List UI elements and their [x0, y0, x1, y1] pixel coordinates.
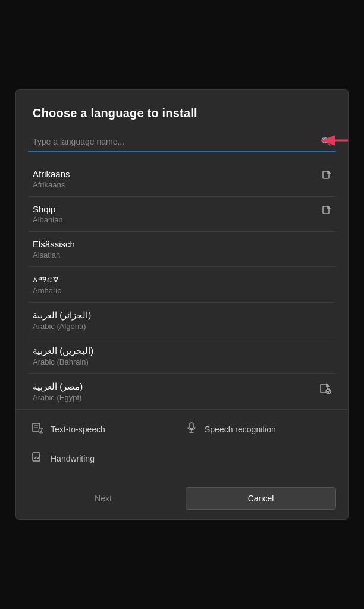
- edit-icon: [322, 170, 331, 182]
- search-input-wrapper: 🔍: [28, 132, 336, 152]
- features-grid: Text-to-speech Speech recognition: [28, 417, 336, 470]
- text-to-speech-label: Text-to-speech: [51, 425, 105, 434]
- handwriting-label: Handwriting: [51, 454, 95, 463]
- lang-native: Afrikaans: [33, 169, 331, 179]
- svg-rect-10: [190, 423, 193, 429]
- lang-native: አማርኛ: [33, 274, 331, 285]
- lang-english: Alsatian: [33, 250, 331, 259]
- speech-recognition-label: Speech recognition: [205, 425, 276, 434]
- microphone-icon: [184, 422, 199, 437]
- lang-english: Afrikaans: [33, 180, 331, 189]
- features-section: Text-to-speech Speech recognition: [16, 409, 348, 480]
- edit-icon: [322, 205, 331, 217]
- feature-speech-recognition: Speech recognition: [182, 417, 336, 441]
- dialog-footer: Next Cancel: [16, 480, 348, 519]
- cancel-button[interactable]: Cancel: [186, 487, 336, 510]
- search-input[interactable]: [28, 132, 336, 151]
- handwriting-icon: [30, 451, 45, 466]
- lang-english: Arabic (Bahrain): [33, 357, 331, 366]
- dialog-header: Choose a language to install: [16, 90, 348, 132]
- language-install-dialog: Choose a language to install 🔍 Afrik: [15, 89, 349, 520]
- list-item[interactable]: Afrikaans Afrikaans: [28, 162, 336, 197]
- lang-native: Elsässisch: [33, 239, 331, 249]
- list-item[interactable]: (مصر) العربية Arabic (Egypt): [28, 374, 336, 409]
- search-container: 🔍: [16, 132, 348, 162]
- special-icon: [319, 382, 331, 397]
- lang-native: (مصر) العربية: [33, 381, 331, 392]
- lang-native: (البحرين) العربية: [33, 346, 331, 356]
- list-item[interactable]: አማርኛ Amharic: [28, 267, 336, 303]
- arrow-indicator: [318, 131, 349, 152]
- next-button[interactable]: Next: [28, 487, 178, 510]
- list-item[interactable]: (البحرين) العربية Arabic (Bahrain): [28, 338, 336, 374]
- lang-native: (الجزائر) العربية: [33, 310, 331, 321]
- language-list: Afrikaans Afrikaans Shqip Albanian: [16, 162, 348, 409]
- lang-english: Albanian: [33, 215, 331, 224]
- feature-text-to-speech: Text-to-speech: [28, 417, 182, 441]
- lang-english: Arabic (Algeria): [33, 322, 331, 331]
- list-item[interactable]: (الجزائر) العربية Arabic (Algeria): [28, 303, 336, 338]
- list-item[interactable]: Shqip Albanian: [28, 197, 336, 232]
- list-item[interactable]: Elsässisch Alsatian: [28, 232, 336, 267]
- feature-handwriting: Handwriting: [28, 446, 182, 470]
- text-to-speech-icon: [30, 422, 45, 437]
- lang-english: Arabic (Egypt): [33, 393, 331, 402]
- lang-native: Shqip: [33, 204, 331, 214]
- lang-english: Amharic: [33, 286, 331, 295]
- dialog-title: Choose a language to install: [33, 106, 331, 120]
